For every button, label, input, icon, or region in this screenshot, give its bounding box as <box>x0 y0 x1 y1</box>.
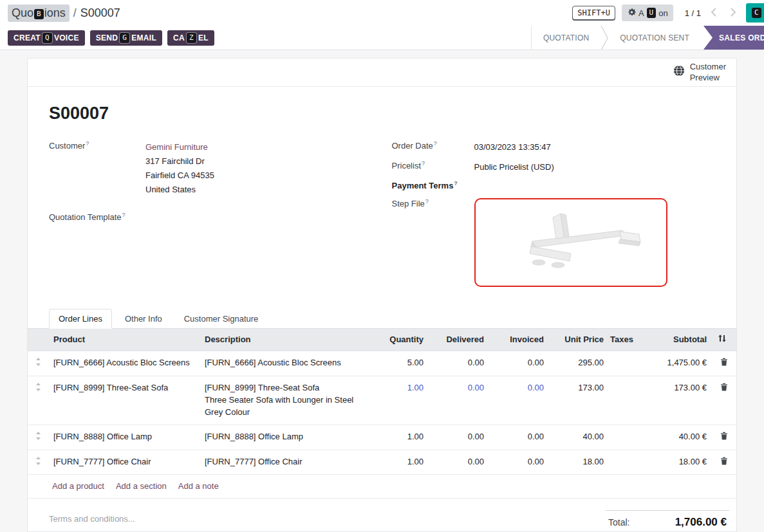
invoiced-cell[interactable]: 0.00 <box>489 425 549 450</box>
shortcut-hint-badge: SHIFT+U <box>572 6 615 20</box>
breadcrumb-parent-post: ions <box>44 6 66 19</box>
quotation-template-label: Quotation Template? <box>49 212 145 222</box>
action-menu-button[interactable]: A U on <box>622 5 673 21</box>
help-icon: ? <box>122 212 126 218</box>
hotkey-badge: U <box>647 8 657 18</box>
send-email-button[interactable]: SENDGEMAIL <box>90 30 162 46</box>
add-a-note-link[interactable]: Add a note <box>178 481 219 491</box>
delivered-cell[interactable]: 0.00 <box>429 376 489 425</box>
customer-label: Customer? <box>49 140 145 151</box>
invoiced-cell[interactable]: 0.00 <box>489 351 549 376</box>
taxes-cell[interactable] <box>609 351 640 376</box>
product-cell[interactable]: [FURN_6666] Acoustic Bloc Screens <box>52 351 203 376</box>
invoiced-cell[interactable]: 0.00 <box>489 450 549 475</box>
create-invoice-button[interactable]: CREATQVOICE <box>8 30 85 46</box>
column-header-unit-price: Unit Price <box>549 329 609 351</box>
drag-handle[interactable] <box>28 351 52 376</box>
breadcrumb-current: S00007 <box>80 6 120 20</box>
delete-row-button[interactable] <box>712 351 736 376</box>
taxes-cell[interactable] <box>609 376 640 425</box>
help-icon: ? <box>454 180 458 187</box>
button-label: VOICE <box>54 33 79 42</box>
statusbar-step-quotation-sent[interactable]: QUOTATION SENT <box>608 26 701 50</box>
order-date-label: Order Date? <box>392 140 474 151</box>
button-label: CREAT <box>14 33 41 42</box>
quantity-cell[interactable]: 1.00 <box>371 425 429 450</box>
order-date-value[interactable]: 03/03/2023 13:35:47 <box>474 140 551 154</box>
column-adjust-button[interactable] <box>712 329 736 351</box>
unit-price-cell[interactable]: 18.00 <box>549 450 609 475</box>
description-line1: [FURN_8999] Three-Seat Sofa <box>205 383 319 392</box>
invoiced-cell[interactable]: 0.00 <box>489 376 549 425</box>
add-a-product-link[interactable]: Add a product <box>52 481 104 491</box>
label-text: Pricelist <box>392 161 422 170</box>
record-name: S00007 <box>49 104 715 124</box>
statusbar-step-sales-order[interactable]: SALES ORDER <box>703 26 764 50</box>
add-a-section-link[interactable]: Add a section <box>116 481 167 491</box>
description-cell[interactable]: [FURN_8999] Three-Seat SofaThree Seater … <box>203 376 371 425</box>
customer-value[interactable]: Gemini Furniture 317 Fairchild Dr Fairfi… <box>145 140 214 197</box>
field-quotation-template[interactable]: Quotation Template? <box>49 212 373 222</box>
customer-link[interactable]: Gemini Furniture <box>145 142 208 152</box>
chevron-left-icon <box>711 8 716 19</box>
pager-value[interactable]: 1 / 1 <box>685 8 701 18</box>
help-icon: ? <box>86 140 89 147</box>
unit-price-cell[interactable]: 40.00 <box>549 425 609 450</box>
action-menu-label-pre: A <box>638 8 644 18</box>
hotkey-badge: G <box>120 33 129 43</box>
tab-customer-signature[interactable]: Customer Signature <box>175 309 268 328</box>
hotkey-badge: Q <box>42 33 52 43</box>
total-amount: 1,706.00 € <box>675 516 727 529</box>
delivered-cell[interactable]: 0.00 <box>429 425 489 450</box>
step-file-image-field[interactable] <box>474 198 667 287</box>
next-record-button[interactable] <box>727 6 740 20</box>
product-cell[interactable]: [FURN_8888] Office Lamp <box>52 425 203 450</box>
delivered-cell[interactable]: 0.00 <box>429 351 489 376</box>
terms-and-conditions-placeholder[interactable]: Terms and conditions... <box>49 510 135 524</box>
delete-row-button[interactable] <box>712 376 736 425</box>
customer-address-line3: United States <box>145 183 214 197</box>
customer-preview-button[interactable]: CustomerPreview <box>673 62 726 83</box>
drag-handle[interactable] <box>28 376 52 425</box>
cancel-button[interactable]: CAZEL <box>167 30 214 46</box>
quantity-cell[interactable]: 1.00 <box>371 376 429 425</box>
product-cell[interactable]: [FURN_8999] Three-Seat Sofa <box>52 376 203 425</box>
new-button[interactable]: C <box>746 3 764 23</box>
description-cell[interactable]: [FURN_8888] Office Lamp <box>203 425 371 450</box>
label-text: Step File <box>392 199 425 209</box>
field-order-date: Order Date? 03/03/2023 13:35:47 <box>392 140 716 154</box>
sheet-header-strip: CustomerPreview <box>28 59 736 87</box>
description-cell[interactable]: [FURN_7777] Office Chair <box>203 450 371 475</box>
table-footer-links: Add a product Add a section Add a note <box>28 475 736 499</box>
column-header-invoiced: Invoiced <box>489 329 549 351</box>
delete-row-button[interactable] <box>712 425 736 450</box>
previous-record-button[interactable] <box>707 6 720 20</box>
trash-icon <box>720 358 728 368</box>
product-cell[interactable]: [FURN_7777] Office Chair <box>52 450 203 475</box>
description-cell[interactable]: [FURN_6666] Acoustic Bloc Screens <box>203 351 371 376</box>
unit-price-cell[interactable]: 173.00 <box>549 376 609 425</box>
field-step-file: Step File? <box>392 198 716 287</box>
breadcrumb-quotations[interactable]: QuoBions <box>8 5 70 22</box>
table-row: [FURN_8888] Office Lamp [FURN_8888] Offi… <box>28 425 736 450</box>
tab-order-lines[interactable]: Order Lines <box>49 309 112 329</box>
description-line2: Three Seater Sofa with Lounger in Steel … <box>205 394 366 419</box>
sheet-bottom: Terms and conditions... Total: 1,706.00 … <box>28 499 736 532</box>
breadcrumb-bar: QuoBions / S00007 SHIFT+U A U on 1 / 1 C <box>0 0 764 26</box>
delivered-cell[interactable]: 0.00 <box>429 450 489 475</box>
pricelist-value[interactable]: Public Pricelist (USD) <box>474 160 554 174</box>
trash-icon <box>720 383 728 393</box>
customer-preview-line1: Customer <box>690 62 726 72</box>
column-header-delivered: Delivered <box>429 329 489 351</box>
drag-handle[interactable] <box>28 425 52 450</box>
taxes-cell[interactable] <box>609 450 640 475</box>
drag-handle[interactable] <box>28 450 52 475</box>
quantity-cell[interactable]: 1.00 <box>371 450 429 475</box>
unit-price-cell[interactable]: 295.00 <box>549 351 609 376</box>
statusbar-step-quotation[interactable]: QUOTATION <box>532 26 601 50</box>
tab-other-info[interactable]: Other Info <box>116 309 171 328</box>
quantity-cell[interactable]: 5.00 <box>371 351 429 376</box>
button-label: CA <box>173 33 185 42</box>
taxes-cell[interactable] <box>609 425 640 450</box>
delete-row-button[interactable] <box>712 450 736 475</box>
